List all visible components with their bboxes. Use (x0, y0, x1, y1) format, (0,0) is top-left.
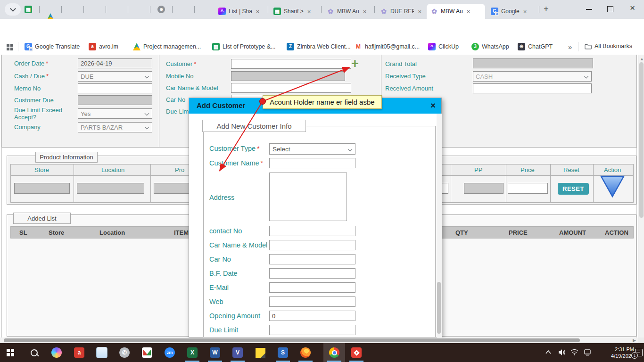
bookmarks-overflow-icon[interactable]: » (568, 43, 572, 51)
taskbar-zoom-button[interactable]: zm (164, 347, 175, 358)
pinned-tab-globe-icon[interactable]: ⊕ (157, 6, 165, 13)
wifi-icon[interactable] (570, 349, 578, 355)
cash-due-select[interactable]: DUE (78, 71, 152, 82)
taskbar-chrome-button[interactable] (329, 347, 340, 358)
order-date-input[interactable] (78, 58, 152, 68)
memo-no-label: Memo No (14, 85, 41, 92)
taskbar-sticky-notes-button[interactable] (255, 347, 266, 358)
vertical-scroll-thumb[interactable] (639, 62, 644, 218)
bookmark-google-translate[interactable]: Ga Google Translate (25, 43, 80, 50)
modal-scrollbar[interactable] (437, 114, 442, 337)
taskbar-avro-button[interactable]: a (74, 347, 85, 358)
address-textarea[interactable] (269, 173, 347, 221)
vertical-scrollbar[interactable]: ▲ (638, 55, 644, 337)
new-tab-button[interactable]: + (544, 4, 549, 14)
apps-grid-icon[interactable] (7, 44, 13, 50)
taskbar-search-button[interactable] (28, 347, 40, 358)
tab-mbw-1[interactable]: ✿ MBW Au × (323, 4, 373, 19)
bookmark-gmail[interactable]: M hafijmit05@gmail.c... (355, 43, 420, 50)
action-triangle-icon[interactable] (600, 175, 625, 198)
firefox-icon (300, 347, 311, 358)
tab-due-report[interactable]: ✿ DUE REP × (376, 4, 425, 19)
customer-type-select[interactable]: Select (269, 143, 355, 155)
tray-device-icon[interactable] (584, 349, 591, 356)
tab-close-icon[interactable]: × (418, 8, 421, 15)
customer-input[interactable] (231, 59, 351, 69)
window-maximize-button[interactable] (607, 6, 613, 12)
modal-close-icon[interactable]: × (430, 100, 436, 111)
tray-chevron-up-icon[interactable] (545, 350, 552, 354)
tab-close-icon[interactable]: × (467, 8, 471, 15)
opening-amount-input[interactable] (269, 311, 355, 321)
contact-no-input[interactable] (269, 226, 355, 236)
window-close-button[interactable]: × (630, 4, 635, 12)
column-divider (550, 165, 551, 202)
car-no-input[interactable] (269, 254, 355, 264)
window-minimize-button[interactable] (586, 9, 592, 10)
taskbar-clock[interactable]: 2:31 PM 4/19/2026 (605, 346, 634, 359)
taskbar-copilot-button[interactable] (51, 347, 62, 358)
volume-icon[interactable] (558, 349, 566, 356)
car-name-model-input[interactable] (231, 83, 351, 93)
received-amount-label: Received Amount (385, 85, 433, 92)
due-limit-exceed-select[interactable]: Yes (78, 108, 152, 119)
received-amount-input[interactable] (473, 83, 592, 93)
bookmark-zimbra[interactable]: Z Zimbra Web Client... (287, 43, 351, 50)
bookmark-whatsapp[interactable]: 3 WhatsApp (471, 43, 509, 50)
taskbar-red-app-button[interactable] (351, 347, 362, 358)
modal-title: Add Customer (197, 101, 245, 109)
annotation-text: Acount Holder name er field asbe (270, 98, 375, 106)
pinned-tab-sheets-icon[interactable]: ▦ (25, 6, 32, 13)
customer-due-input (78, 95, 152, 105)
bookmark-list-of-prototype[interactable]: ▦ List of Prototype &... (212, 43, 276, 50)
taskbar-visio-button[interactable]: V (232, 347, 243, 358)
tab-sharif[interactable]: ▦ Sharif > × (270, 4, 320, 19)
chrome-icon (329, 347, 339, 358)
price-input[interactable] (508, 183, 548, 194)
modal-scroll-thumb[interactable] (437, 282, 441, 334)
customer-name-input[interactable] (269, 158, 355, 168)
bookmark-avro[interactable]: a avro.im (89, 43, 118, 50)
email-input[interactable] (269, 282, 355, 293)
tab-close-icon[interactable]: × (307, 8, 311, 15)
header-action: Action (604, 166, 621, 173)
bookmark-chatgpt[interactable]: ✳ ChatGPT (518, 43, 553, 50)
horizontal-scrollbar[interactable]: ▶ (0, 337, 638, 343)
notification-center-icon[interactable]: 1 (635, 349, 643, 356)
column-divider (506, 165, 506, 202)
sheets-icon: ▦ (273, 8, 281, 15)
tab-mbw-active[interactable]: ✿ MBW Au × (427, 4, 485, 19)
start-button[interactable] (5, 347, 16, 358)
add-customer-plus-icon[interactable]: + (351, 58, 359, 69)
clickup-icon: ^ (428, 43, 436, 50)
taskbar-notepad-button[interactable] (96, 347, 107, 358)
company-select[interactable]: PARTS BAZAR (78, 122, 152, 132)
horizontal-scroll-thumb[interactable] (4, 338, 580, 342)
tab-list-clickup[interactable]: ^ List | Sha × (215, 4, 266, 19)
zoom-icon: zm (165, 347, 175, 358)
scroll-up-arrow[interactable]: ▲ (640, 57, 644, 61)
taskbar-firefox-button[interactable] (300, 347, 311, 358)
bookmark-clickup[interactable]: ^ ClickUp (428, 43, 459, 50)
tab-search-button[interactable] (5, 3, 21, 16)
taskbar-s-app-button[interactable]: S (277, 347, 289, 358)
taskbar-whatsapp-button[interactable]: ✆ (119, 347, 130, 358)
reset-button[interactable]: RESET (558, 183, 589, 195)
due-limit-input[interactable] (269, 325, 355, 335)
bookmark-project-management[interactable]: Project managemen... (133, 43, 201, 50)
tab-close-icon[interactable]: × (256, 8, 260, 15)
web-input[interactable] (269, 296, 355, 307)
scroll-right-arrow[interactable]: ▶ (633, 338, 636, 343)
tab-close-icon[interactable]: × (363, 8, 367, 15)
contact-no-label: contact No (209, 227, 242, 235)
all-bookmarks-button[interactable]: All Bookmarks (585, 43, 632, 49)
taskbar-excel-button[interactable]: X (187, 347, 198, 358)
tab-google-translate[interactable]: Ga Google × (487, 4, 537, 19)
taskbar-keyboard-button[interactable] (141, 347, 153, 358)
car-name-model-input[interactable] (269, 240, 355, 250)
bf-date-input[interactable] (269, 268, 355, 279)
tab-close-icon[interactable]: × (523, 8, 527, 15)
taskbar-word-button[interactable]: W (209, 347, 221, 358)
product-info-legend: Product Information (35, 152, 98, 163)
memo-no-input[interactable] (78, 83, 152, 93)
